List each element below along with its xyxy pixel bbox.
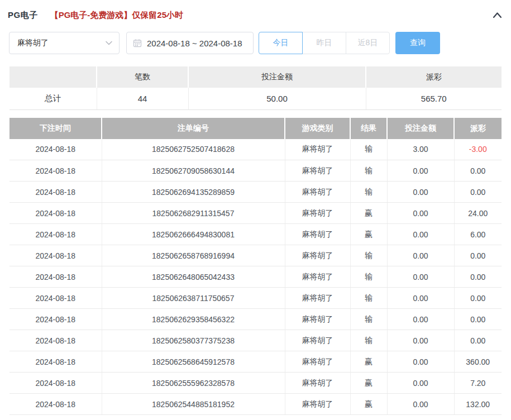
summary-bet-amount: 50.00 xyxy=(188,88,366,109)
cell-game-name: 麻将胡了 xyxy=(285,182,350,203)
column-header: 派彩 xyxy=(454,118,502,139)
cell-payout: 6.00 xyxy=(454,224,502,245)
cell-bet-id: 1825062555962328578 xyxy=(102,373,285,394)
collapse-toggle[interactable] xyxy=(493,12,502,18)
cell-payout: 0.00 xyxy=(454,182,502,203)
caret-down-icon xyxy=(106,41,112,45)
cell-bet-amount: 0.00 xyxy=(387,394,454,415)
cell-bet-id: 1825062682911315457 xyxy=(102,203,285,224)
cell-payout: 132.00 xyxy=(454,394,502,415)
cell-bet-amount: 0.00 xyxy=(387,373,454,394)
column-header: 投注金额 xyxy=(387,118,454,139)
section-header: PG电子 【PG电子-免费游戏】仅保留25小时 xyxy=(0,0,511,21)
cell-bet-date: 2024-08-18 xyxy=(9,266,102,288)
cell-game-name: 麻将胡了 xyxy=(285,373,350,394)
cell-result: 输 xyxy=(350,266,387,288)
column-header: 注单编号 xyxy=(102,118,285,139)
search-button[interactable]: 查询 xyxy=(395,32,440,54)
column-header xyxy=(9,66,97,88)
cell-payout: 0.00 xyxy=(454,330,502,351)
cell-result: 输 xyxy=(350,245,387,266)
cell-bet-id: 1825062629358456322 xyxy=(102,309,285,330)
quick-range-button-0[interactable]: 今日 xyxy=(259,32,303,54)
cell-payout: 360.00 xyxy=(454,351,502,373)
table-row: 2024-08-18 1825062694135289859 麻将胡了 输 0.… xyxy=(9,182,502,203)
records-header-row: 下注时间注单编号游戏类别结果投注金额派彩 xyxy=(9,118,502,139)
cell-game-name: 麻将胡了 xyxy=(285,203,350,224)
cell-bet-amount: 3.00 xyxy=(387,139,454,160)
cell-bet-id: 1825062658768916994 xyxy=(102,245,285,266)
column-header: 投注金额 xyxy=(188,66,366,88)
table-row: 2024-08-18 1825062752507418628 麻将胡了 输 3.… xyxy=(9,139,502,160)
table-row: 2024-08-18 1825062709058630144 麻将胡了 输 0.… xyxy=(9,160,502,182)
column-header: 游戏类别 xyxy=(285,118,350,139)
cell-bet-amount: 0.00 xyxy=(387,224,454,245)
table-row: 2024-08-18 1825062682911315457 麻将胡了 赢 0.… xyxy=(9,203,502,224)
cell-bet-date: 2024-08-18 xyxy=(9,373,102,394)
date-range-value: 2024-08-18 ~ 2024-08-18 xyxy=(147,39,242,48)
cell-bet-amount: 0.00 xyxy=(387,266,454,288)
table-row: 2024-08-18 1825062648065042433 麻将胡了 输 0.… xyxy=(9,266,502,288)
cell-result: 赢 xyxy=(350,203,387,224)
cell-payout: 0.00 xyxy=(454,245,502,266)
summary-total-row: 总计 44 50.00 565.70 xyxy=(9,88,502,109)
date-range-input[interactable]: 2024-08-18 ~ 2024-08-18 xyxy=(126,32,254,54)
cell-bet-date: 2024-08-18 xyxy=(9,245,102,266)
column-header: 结果 xyxy=(350,118,387,139)
cell-bet-date: 2024-08-18 xyxy=(9,330,102,351)
quick-range-button-2[interactable]: 近8日 xyxy=(346,32,390,54)
cell-bet-date: 2024-08-18 xyxy=(9,224,102,245)
column-header: 派彩 xyxy=(366,66,502,88)
cell-result: 赢 xyxy=(350,394,387,415)
cell-bet-amount: 0.00 xyxy=(387,182,454,203)
cell-result: 输 xyxy=(350,139,387,160)
cell-bet-amount: 0.00 xyxy=(387,203,454,224)
cell-bet-date: 2024-08-18 xyxy=(9,309,102,330)
records-body: 2024-08-18 1825062752507418628 麻将胡了 输 3.… xyxy=(9,139,502,415)
game-select[interactable]: 麻将胡了 xyxy=(9,32,120,54)
promo-notice: 【PG电子-免费游戏】仅保留25小时 xyxy=(50,10,183,21)
cell-result: 赢 xyxy=(350,351,387,373)
cell-payout: 24.00 xyxy=(454,203,502,224)
cell-bet-id: 1825062752507418628 xyxy=(102,139,285,160)
cell-bet-id: 1825062580377375238 xyxy=(102,330,285,351)
column-header: 笔数 xyxy=(97,66,188,88)
table-row: 2024-08-18 1825062629358456322 麻将胡了 输 0.… xyxy=(9,309,502,330)
calendar-icon xyxy=(133,39,142,47)
cell-payout: -3.00 xyxy=(454,139,502,160)
cell-bet-id: 1825062709058630144 xyxy=(102,160,285,182)
cell-game-name: 麻将胡了 xyxy=(285,394,350,415)
column-header: 下注时间 xyxy=(9,118,102,139)
cell-bet-id: 1825062666494830081 xyxy=(102,224,285,245)
cell-result: 赢 xyxy=(350,373,387,394)
cell-bet-date: 2024-08-18 xyxy=(9,139,102,160)
table-row: 2024-08-18 1825062658768916994 麻将胡了 输 0.… xyxy=(9,245,502,266)
cell-bet-date: 2024-08-18 xyxy=(9,160,102,182)
cell-bet-amount: 0.00 xyxy=(387,330,454,351)
game-select-value: 麻将胡了 xyxy=(17,38,106,48)
quick-range-group: 今日昨日近8日 xyxy=(259,32,390,54)
summary-total-label: 总计 xyxy=(9,88,97,109)
page-title: PG电子 xyxy=(8,10,38,21)
cell-payout: 0.00 xyxy=(454,266,502,288)
cell-payout: 0.00 xyxy=(454,288,502,309)
cell-bet-amount: 0.00 xyxy=(387,288,454,309)
cell-game-name: 麻将胡了 xyxy=(285,351,350,373)
cell-bet-date: 2024-08-18 xyxy=(9,203,102,224)
cell-game-name: 麻将胡了 xyxy=(285,139,350,160)
table-row: 2024-08-18 1825062555962328578 麻将胡了 赢 0.… xyxy=(9,373,502,394)
cell-game-name: 麻将胡了 xyxy=(285,330,350,351)
cell-game-name: 麻将胡了 xyxy=(285,160,350,182)
cell-bet-amount: 0.00 xyxy=(387,245,454,266)
cell-bet-date: 2024-08-18 xyxy=(9,394,102,415)
cell-bet-id: 1825062568645912578 xyxy=(102,351,285,373)
cell-bet-id: 1825062638711750657 xyxy=(102,288,285,309)
cell-game-name: 麻将胡了 xyxy=(285,224,350,245)
quick-range-button-1[interactable]: 昨日 xyxy=(302,32,346,54)
summary-header-row: 笔数投注金额派彩 xyxy=(9,66,502,88)
cell-game-name: 麻将胡了 xyxy=(285,266,350,288)
cell-bet-date: 2024-08-18 xyxy=(9,351,102,373)
cell-bet-id: 1825062544885181952 xyxy=(102,394,285,415)
cell-bet-date: 2024-08-18 xyxy=(9,182,102,203)
cell-payout: 0.00 xyxy=(454,160,502,182)
